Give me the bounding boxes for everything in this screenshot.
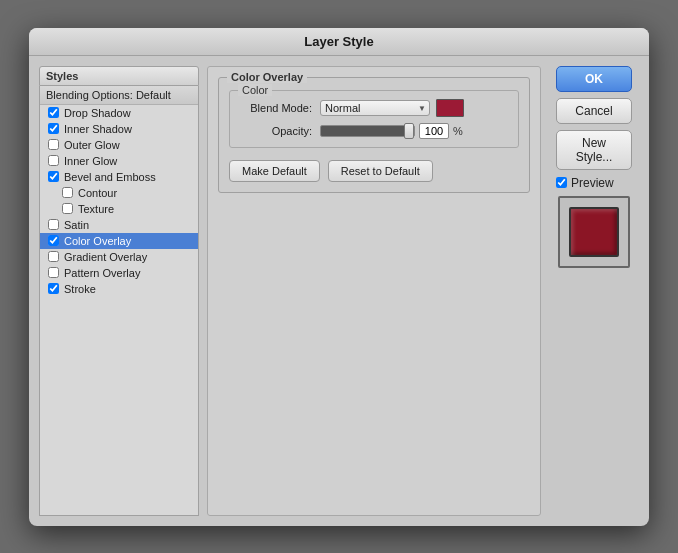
styles-header: Styles <box>39 66 199 86</box>
opacity-input[interactable] <box>419 123 449 139</box>
make-default-button[interactable]: Make Default <box>229 160 320 182</box>
blending-options-header[interactable]: Blending Options: Default <box>40 86 198 105</box>
outer-glow-label: Outer Glow <box>64 139 120 151</box>
color-swatch[interactable] <box>436 99 464 117</box>
opacity-row: Opacity: % <box>240 123 508 139</box>
color-overlay-label: Color Overlay <box>64 235 131 247</box>
outer-glow-checkbox[interactable] <box>48 139 59 150</box>
preview-label: Preview <box>571 176 614 190</box>
center-panel: Color Overlay Color Blend Mode: Normal D… <box>207 66 541 516</box>
left-panel: Styles Blending Options: Default Drop Sh… <box>39 66 199 516</box>
style-item-pattern-overlay[interactable]: Pattern Overlay <box>40 265 198 281</box>
opacity-slider[interactable] <box>320 125 415 137</box>
color-overlay-checkbox[interactable] <box>48 235 59 246</box>
new-style-button[interactable]: New Style... <box>556 130 632 170</box>
blend-mode-select-wrapper[interactable]: Normal Dissolve Multiply Screen Overlay <box>320 100 430 116</box>
preview-checkbox[interactable] <box>556 177 567 188</box>
style-item-color-overlay[interactable]: Color Overlay <box>40 233 198 249</box>
cancel-button[interactable]: Cancel <box>556 98 632 124</box>
pattern-overlay-checkbox[interactable] <box>48 267 59 278</box>
blend-mode-label: Blend Mode: <box>240 102 320 114</box>
stroke-checkbox[interactable] <box>48 283 59 294</box>
preview-row: Preview <box>556 176 632 190</box>
drop-shadow-checkbox[interactable] <box>48 107 59 118</box>
inner-glow-label: Inner Glow <box>64 155 117 167</box>
dialog-title: Layer Style <box>29 28 649 56</box>
opacity-percent: % <box>453 125 463 137</box>
style-item-bevel-emboss[interactable]: Bevel and Emboss <box>40 169 198 185</box>
style-item-inner-shadow[interactable]: Inner Shadow <box>40 121 198 137</box>
blend-mode-select[interactable]: Normal Dissolve Multiply Screen Overlay <box>320 100 430 116</box>
blend-mode-row: Blend Mode: Normal Dissolve Multiply Scr… <box>240 99 508 117</box>
inner-shadow-checkbox[interactable] <box>48 123 59 134</box>
texture-label: Texture <box>78 203 114 215</box>
section-title: Color Overlay <box>227 71 307 83</box>
bevel-emboss-label: Bevel and Emboss <box>64 171 156 183</box>
style-item-drop-shadow[interactable]: Drop Shadow <box>40 105 198 121</box>
style-item-satin[interactable]: Satin <box>40 217 198 233</box>
color-sub-section: Color Blend Mode: Normal Dissolve Multip… <box>229 90 519 148</box>
contour-label: Contour <box>78 187 117 199</box>
style-item-outer-glow[interactable]: Outer Glow <box>40 137 198 153</box>
satin-label: Satin <box>64 219 89 231</box>
reset-to-default-button[interactable]: Reset to Default <box>328 160 433 182</box>
layer-style-dialog: Layer Style Styles Blending Options: Def… <box>29 28 649 526</box>
style-item-texture[interactable]: Texture <box>40 201 198 217</box>
style-item-stroke[interactable]: Stroke <box>40 281 198 297</box>
preview-swatch <box>569 207 619 257</box>
texture-checkbox[interactable] <box>62 203 73 214</box>
style-item-inner-glow[interactable]: Inner Glow <box>40 153 198 169</box>
color-overlay-section: Color Overlay Color Blend Mode: Normal D… <box>218 77 530 193</box>
satin-checkbox[interactable] <box>48 219 59 230</box>
styles-list: Blending Options: Default Drop Shadow In… <box>39 86 199 516</box>
gradient-overlay-label: Gradient Overlay <box>64 251 147 263</box>
style-item-gradient-overlay[interactable]: Gradient Overlay <box>40 249 198 265</box>
buttons-row: Make Default Reset to Default <box>229 160 519 182</box>
inner-shadow-label: Inner Shadow <box>64 123 132 135</box>
gradient-overlay-checkbox[interactable] <box>48 251 59 262</box>
bevel-emboss-checkbox[interactable] <box>48 171 59 182</box>
opacity-label: Opacity: <box>240 125 320 137</box>
style-item-contour[interactable]: Contour <box>40 185 198 201</box>
inner-glow-checkbox[interactable] <box>48 155 59 166</box>
title-text: Layer Style <box>304 34 373 49</box>
opacity-slider-container: % <box>320 123 463 139</box>
pattern-overlay-label: Pattern Overlay <box>64 267 140 279</box>
sub-section-title: Color <box>238 84 272 96</box>
right-panel: OK Cancel New Style... Preview <box>549 66 639 516</box>
drop-shadow-label: Drop Shadow <box>64 107 131 119</box>
dialog-body: Styles Blending Options: Default Drop Sh… <box>29 56 649 526</box>
preview-box <box>558 196 630 268</box>
stroke-label: Stroke <box>64 283 96 295</box>
contour-checkbox[interactable] <box>62 187 73 198</box>
ok-button[interactable]: OK <box>556 66 632 92</box>
